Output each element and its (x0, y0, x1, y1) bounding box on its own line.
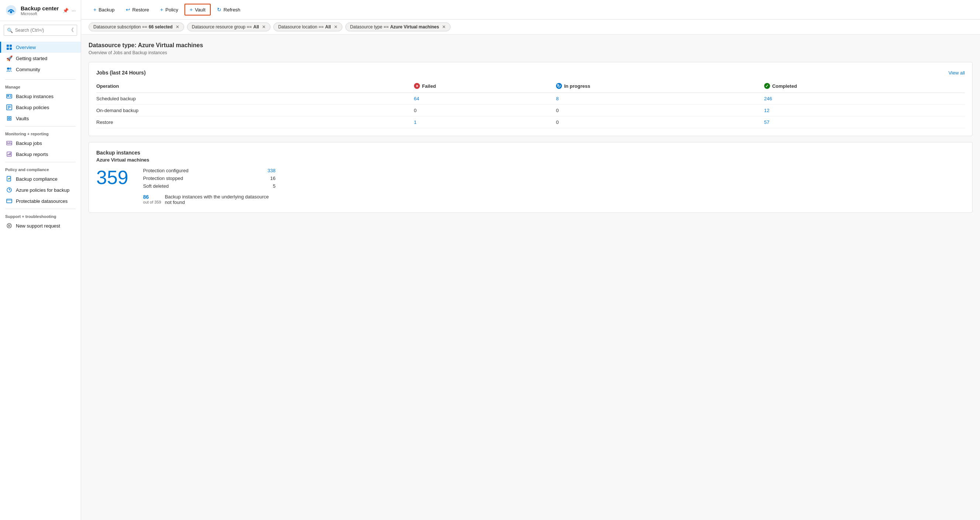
filter-type-clear[interactable]: ✕ (442, 24, 446, 30)
app-subtitle: Microsoft (21, 11, 59, 16)
refresh-button[interactable]: ↻ Refresh (212, 4, 245, 15)
backup-reports-icon (6, 151, 12, 157)
jobs-card-title: Jobs (last 24 Hours) (96, 70, 146, 76)
table-row: On-demand backup0012 (96, 105, 965, 117)
detail-label: Protection configured (143, 168, 189, 173)
inprogress-cell: 0 (556, 117, 764, 128)
pin-icon[interactable]: 📌 (63, 8, 68, 13)
backup-label: Backup (99, 7, 115, 13)
failed-cell: 1 (414, 117, 556, 128)
sidebar-item-azure-policies[interactable]: Azure policies for backup (0, 184, 81, 195)
sidebar-item-overview[interactable]: Overview (0, 42, 81, 53)
app-logo (5, 5, 17, 16)
support-icon (6, 223, 12, 229)
svg-rect-5 (10, 48, 12, 50)
svg-rect-29 (6, 199, 12, 203)
svg-rect-3 (10, 44, 12, 47)
sidebar-item-vaults[interactable]: Vaults (0, 113, 81, 124)
section-label-support: Support + troubleshooting (0, 211, 81, 220)
failed-cell: 64 (414, 93, 556, 105)
failed-icon: ✕ (414, 83, 420, 89)
sidebar-item-community[interactable]: Community (0, 64, 81, 75)
orphan-number[interactable]: 86 (143, 194, 161, 200)
completed-cell: 246 (764, 93, 965, 105)
operation-cell: On-demand backup (96, 105, 414, 117)
filter-location[interactable]: Datasource location == All ✕ (274, 22, 342, 31)
filter-subscription[interactable]: Datasource subscription == 66 selected ✕ (89, 22, 184, 31)
orphan-left: 86 out of 359 (143, 194, 161, 204)
sidebar-item-backup-reports[interactable]: Backup reports (0, 149, 81, 160)
search-icon: 🔍 (7, 28, 13, 33)
sidebar-item-protectable-datasources[interactable]: Protectable datasources (0, 195, 81, 206)
restore-button[interactable]: ↩ Restore (121, 4, 154, 15)
sidebar: Backup center Microsoft 📌 ··· 🔍 《 Overvi… (0, 0, 81, 520)
col-operation: Operation (96, 81, 414, 93)
svg-rect-27 (7, 176, 11, 181)
sidebar-item-backup-instances[interactable]: Backup instances (0, 91, 81, 102)
toolbar: + Backup ↩ Restore + Policy + Vault ↻ Re… (81, 0, 980, 19)
search-input[interactable] (15, 28, 67, 33)
sidebar-item-label: Backup instances (16, 94, 54, 99)
section-label-manage: Manage (0, 82, 81, 91)
table-row: Restore1057 (96, 117, 965, 128)
filter-rg-clear[interactable]: ✕ (262, 24, 266, 30)
inprogress-value[interactable]: 8 (556, 96, 558, 101)
jobs-card: Jobs (last 24 Hours) View all Operation … (89, 62, 973, 136)
orphan-description: Backup instances with the underlying dat… (165, 194, 275, 205)
svg-point-32 (8, 225, 10, 227)
getting-started-icon: 🚀 (6, 55, 12, 61)
sidebar-item-backup-compliance[interactable]: Backup compliance (0, 173, 81, 184)
svg-rect-4 (6, 48, 9, 50)
header-icons: 📌 ··· (63, 8, 76, 13)
collapse-icon[interactable]: 《 (68, 27, 74, 33)
community-icon (6, 67, 12, 72)
filter-subscription-clear[interactable]: ✕ (176, 24, 179, 30)
view-all-link[interactable]: View all (948, 70, 965, 76)
filter-location-label: Datasource location == (278, 24, 324, 30)
backup-compliance-icon (6, 176, 12, 182)
nav-top: Overview 🚀 Getting started Community (0, 40, 81, 77)
detail-value[interactable]: 338 (267, 168, 275, 173)
backup-button[interactable]: + Backup (89, 4, 119, 15)
svg-point-1 (10, 11, 12, 13)
backup-instances-icon (6, 93, 12, 99)
sidebar-item-label: Backup compliance (16, 176, 57, 182)
page-content: Datasource type: Azure Virtual machines … (81, 35, 980, 520)
failed-value[interactable]: 1 (414, 119, 417, 125)
policy-button[interactable]: + Policy (155, 4, 183, 15)
svg-point-6 (7, 68, 9, 70)
filter-resource-group-label: Datasource resource group == (192, 24, 252, 30)
col-failed: ✕ Failed (414, 81, 556, 93)
completed-value[interactable]: 12 (764, 108, 769, 113)
completed-value[interactable]: 246 (764, 96, 772, 101)
operation-cell: Restore (96, 117, 414, 128)
detail-row: Protection configured338 (143, 168, 275, 173)
sidebar-item-label: Azure policies for backup (16, 187, 69, 193)
sidebar-item-getting-started[interactable]: 🚀 Getting started (0, 53, 81, 64)
svg-rect-2 (6, 44, 9, 47)
col-inprogress: ↻ In progress (556, 81, 764, 93)
filter-location-clear[interactable]: ✕ (334, 24, 337, 30)
filter-type-label: Datasource type == (350, 24, 389, 30)
filter-type-value: Azure Virtual machines (390, 24, 439, 30)
sidebar-item-label: Protectable datasources (16, 198, 67, 204)
sidebar-item-backup-jobs[interactable]: Backup jobs (0, 138, 81, 149)
filter-resource-group[interactable]: Datasource resource group == All ✕ (187, 22, 270, 31)
main-content: + Backup ↩ Restore + Policy + Vault ↻ Re… (81, 0, 980, 520)
divider-policy (5, 162, 76, 162)
failed-value[interactable]: 64 (414, 96, 419, 101)
vault-button[interactable]: + Vault (185, 4, 211, 16)
sidebar-item-new-support[interactable]: New support request (0, 220, 81, 231)
completed-value[interactable]: 57 (764, 119, 769, 125)
more-icon[interactable]: ··· (72, 8, 76, 13)
orphan-section: 86 out of 359 Backup instances with the … (143, 194, 275, 205)
filter-type[interactable]: Datasource type == Azure Virtual machine… (345, 22, 450, 31)
app-title: Backup center (21, 5, 59, 11)
total-instances[interactable]: 359 (96, 168, 129, 187)
detail-value: 5 (273, 183, 275, 189)
detail-label: Protection stopped (143, 176, 183, 181)
divider-manage (5, 79, 76, 80)
azure-policies-icon (6, 187, 12, 193)
search-box[interactable]: 🔍 《 (4, 25, 77, 36)
sidebar-item-backup-policies[interactable]: Backup policies (0, 102, 81, 113)
